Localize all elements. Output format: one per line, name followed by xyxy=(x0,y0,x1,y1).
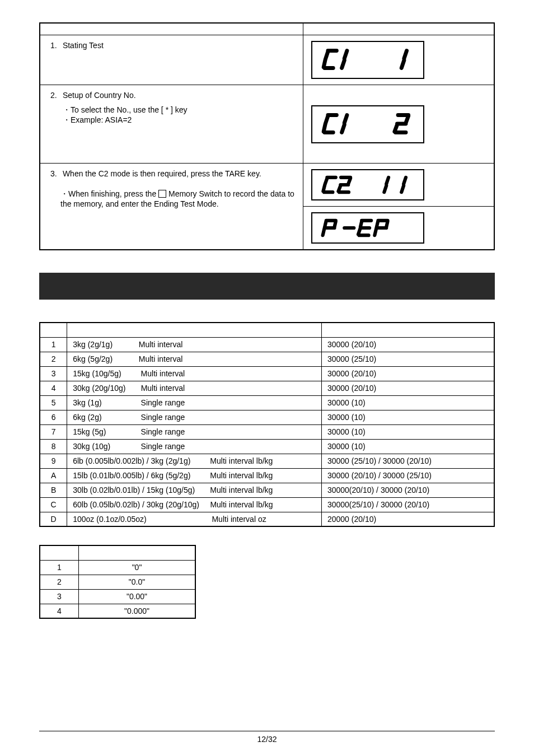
row-val: "0.0" xyxy=(79,575,196,589)
seg-display-p-ep xyxy=(311,212,424,244)
row-val: "0.000" xyxy=(79,604,196,618)
row-val: 30000 (20/10) xyxy=(321,366,494,381)
row-val: 20000 (20/10) xyxy=(321,512,494,526)
step-3-display-a xyxy=(303,164,494,207)
row-val: 30000 (10) xyxy=(321,424,494,439)
table-row: 2"0.0" xyxy=(40,575,195,589)
step-1-display xyxy=(303,35,494,85)
seg-display-ci-2 xyxy=(311,105,424,143)
table-row: 1"0" xyxy=(40,560,195,575)
table-row: A15lb (0.01lb/0.005lb) / 6kg (5g/2g) Mul… xyxy=(40,468,494,483)
header-right xyxy=(303,23,494,35)
section-band xyxy=(39,273,495,300)
row-id: 4 xyxy=(40,381,67,395)
page-footer: 12/32 xyxy=(39,731,495,744)
table-row: B30lb (0.02lb/0.01lb) / 15kg (10g/5g) Mu… xyxy=(40,483,494,497)
row-val: 30000 (25/10) / 30000 (20/10) xyxy=(321,454,494,468)
row-desc: 6lb (0.005lb/0.002lb) / 3kg (2g/1g) Mult… xyxy=(67,454,322,468)
row-id: 9 xyxy=(40,454,67,468)
row-desc: 60lb (0.05lb/0.02lb) / 30kg (20g/10g) Mu… xyxy=(67,497,322,512)
row-val: 30000 (10) xyxy=(321,410,494,424)
table-row: 13kg (2g/1g) Multi interval30000 (20/10) xyxy=(40,337,494,352)
row-val: 30000(25/10) / 30000 (20/10) xyxy=(321,497,494,512)
row-id: 2 xyxy=(40,352,67,366)
row-val: 30000 (20/10) xyxy=(321,381,494,395)
row-desc: 6kg (2g) Single range xyxy=(67,410,322,424)
row-id: 1 xyxy=(40,560,79,575)
step-2-label: Setup of Country No. xyxy=(63,91,136,100)
cap-head-2 xyxy=(67,323,322,337)
step-2-sub2: ・Example: ASIA=2 xyxy=(50,115,295,125)
row-desc: 30kg (10g) Single range xyxy=(67,439,322,454)
row-id: 5 xyxy=(40,395,67,410)
table-row: D100oz (0.1oz/0.05oz) Multi interval oz2… xyxy=(40,512,494,526)
step-3-display-b xyxy=(303,207,494,250)
row-desc: 30kg (20g/10g) Multi interval xyxy=(67,381,322,395)
decimal-table: 1"0"2"0.0"3"0.00"4"0.000" xyxy=(39,545,196,619)
table-row: 4"0.000" xyxy=(40,604,195,618)
seg-display-c2-11 xyxy=(311,169,424,200)
row-val: 30000(20/10) / 30000 (20/10) xyxy=(321,483,494,497)
step-3-sub: ・When finishing, press the Memory Switch… xyxy=(48,189,295,208)
row-val: 30000 (10) xyxy=(321,395,494,410)
table-row: C60lb (0.05lb/0.02lb) / 30kg (20g/10g) M… xyxy=(40,497,494,512)
step-2-cell: 2. Setup of Country No. ・To select the N… xyxy=(40,85,303,164)
step-2-display xyxy=(303,85,494,164)
row-id: 1 xyxy=(40,337,67,352)
row-val: "0.00" xyxy=(79,589,196,604)
step-1-cell: 1. Stating Test xyxy=(40,35,303,85)
dec-head-2 xyxy=(79,545,196,560)
table-row: 830kg (10g) Single range30000 (10) xyxy=(40,439,494,454)
procedure-table: 1. Stating Test xyxy=(39,22,495,250)
cap-head-3 xyxy=(321,323,494,337)
capacity-table: 13kg (2g/1g) Multi interval30000 (20/10)… xyxy=(39,322,495,527)
row-id: 3 xyxy=(40,366,67,381)
table-row: 53kg (1g) Single range30000 (10) xyxy=(40,395,494,410)
row-desc: 3kg (1g) Single range xyxy=(67,395,322,410)
row-val: 30000 (10) xyxy=(321,439,494,454)
row-id: 7 xyxy=(40,424,67,439)
step-3-sub-prefix: ・When finishing, press the xyxy=(60,189,158,198)
dec-head-1 xyxy=(40,545,79,560)
memory-switch-icon xyxy=(158,190,166,198)
step-3-num: 3. xyxy=(50,169,60,178)
step-3-cell: 3. When the C2 mode is then required, pr… xyxy=(40,164,303,250)
row-id: D xyxy=(40,512,67,526)
seg-display-ci-1 xyxy=(311,41,424,79)
row-id: 2 xyxy=(40,575,79,589)
row-val: 30000 (20/10) xyxy=(321,337,494,352)
row-desc: 3kg (2g/1g) Multi interval xyxy=(67,337,322,352)
row-desc: 6kg (5g/2g) Multi interval xyxy=(67,352,322,366)
row-id: C xyxy=(40,497,67,512)
row-id: B xyxy=(40,483,67,497)
table-row: 430kg (20g/10g) Multi interval30000 (20/… xyxy=(40,381,494,395)
row-desc: 30lb (0.02lb/0.01lb) / 15kg (10g/5g) Mul… xyxy=(67,483,322,497)
row-desc: 15kg (10g/5g) Multi interval xyxy=(67,366,322,381)
table-row: 96lb (0.005lb/0.002lb) / 3kg (2g/1g) Mul… xyxy=(40,454,494,468)
row-val: "0" xyxy=(79,560,196,575)
step-2-sub1: ・To select the No., use the [ * ] key xyxy=(50,105,295,115)
row-desc: 15lb (0.01lb/0.005lb) / 6kg (5g/2g) Mult… xyxy=(67,468,322,483)
row-desc: 15kg (5g) Single range xyxy=(67,424,322,439)
row-id: A xyxy=(40,468,67,483)
row-desc: 100oz (0.1oz/0.05oz) Multi interval oz xyxy=(67,512,322,526)
step-1-label: Stating Test xyxy=(63,41,104,50)
row-id: 6 xyxy=(40,410,67,424)
row-id: 8 xyxy=(40,439,67,454)
step-3-label: When the C2 mode is then required, press… xyxy=(63,169,261,178)
row-id: 3 xyxy=(40,589,79,604)
table-row: 3"0.00" xyxy=(40,589,195,604)
step-1-num: 1. xyxy=(50,41,60,50)
table-row: 26kg (5g/2g) Multi interval30000 (25/10) xyxy=(40,352,494,366)
row-val: 30000 (25/10) xyxy=(321,352,494,366)
row-val: 30000 (20/10) / 30000 (25/10) xyxy=(321,468,494,483)
table-row: 715kg (5g) Single range30000 (10) xyxy=(40,424,494,439)
table-row: 315kg (10g/5g) Multi interval30000 (20/1… xyxy=(40,366,494,381)
cap-head-1 xyxy=(40,323,67,337)
step-2-num: 2. xyxy=(50,91,60,100)
table-row: 66kg (2g) Single range30000 (10) xyxy=(40,410,494,424)
header-left xyxy=(40,23,303,35)
row-id: 4 xyxy=(40,604,79,618)
